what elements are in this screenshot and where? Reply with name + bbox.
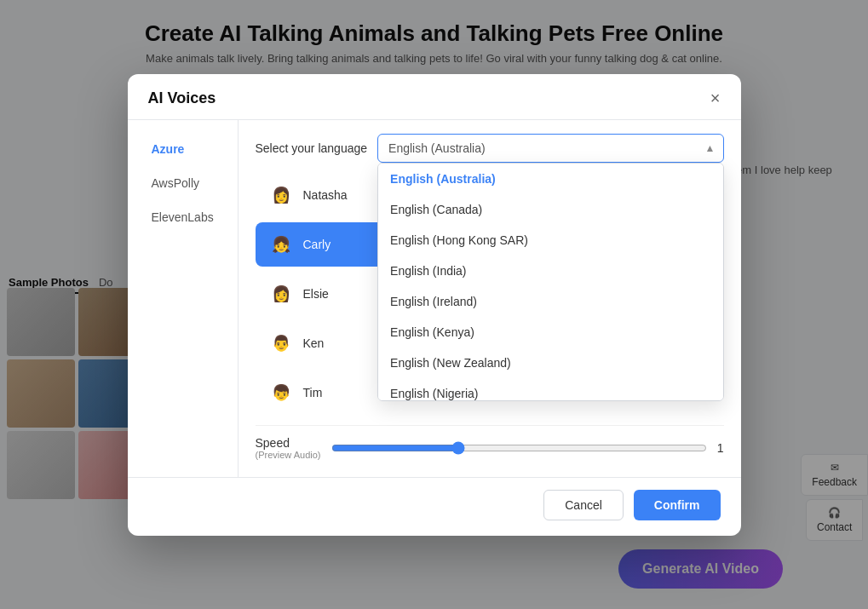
modal-title: AI Voices [148,89,216,107]
cancel-button[interactable]: Cancel [543,490,624,520]
language-option-en-nz[interactable]: English (New Zealand) [378,348,722,378]
voice-provider-tabs: Azure AwsPolly ElevenLabs [128,120,239,477]
language-option-en-ca[interactable]: English (Canada) [378,194,722,225]
voice-content-area: Select your language ▲ English (Australi… [239,120,741,477]
language-select-wrapper: ▲ English (Australia) English (Canada) E… [377,134,723,163]
confirm-button[interactable]: Confirm [634,490,721,520]
voice-name-tim: Tim [303,386,323,399]
language-option-en-in[interactable]: English (India) [378,256,722,286]
avatar-ken: 👨 [267,330,295,357]
voice-name-carly: Carly [303,238,331,251]
speed-control-row: Speed (Preview Audio) 1 [256,425,724,463]
language-select-input[interactable] [377,134,723,163]
modal-overlay: AI Voices × Azure AwsPolly ElevenLabs Se… [0,0,868,609]
language-option-en-ng[interactable]: English (Nigeria) [378,378,722,401]
speed-value: 1 [717,441,724,455]
language-option-en-ie[interactable]: English (Ireland) [378,286,722,317]
speed-label: Speed [256,436,321,450]
avatar-tim: 👦 [267,379,295,406]
speed-slider[interactable] [331,441,707,455]
close-button[interactable]: × [710,89,721,106]
avatar-elsie: 👩 [267,280,295,307]
language-dropdown: English (Australia) English (Canada) Eng… [377,163,723,401]
tab-elevenlabs[interactable]: ElevenLabs [135,202,231,233]
speed-label-col: Speed (Preview Audio) [256,436,321,460]
language-selector-row: Select your language ▲ English (Australi… [256,134,724,163]
speed-preview-label: (Preview Audio) [256,450,321,460]
avatar-carly: 👧 [267,231,295,258]
tab-azure[interactable]: Azure [135,134,231,164]
modal-body: Azure AwsPolly ElevenLabs Select your la… [128,120,741,477]
language-label: Select your language [256,141,368,155]
voice-name-elsie: Elsie [303,287,329,301]
ai-voices-modal: AI Voices × Azure AwsPolly ElevenLabs Se… [128,74,741,536]
language-option-en-hk[interactable]: English (Hong Kong SAR) [378,225,722,256]
language-option-en-ke[interactable]: English (Kenya) [378,317,722,348]
avatar-natasha: 👩 [267,181,295,209]
tab-awspolly[interactable]: AwsPolly [135,168,231,198]
modal-header: AI Voices × [128,74,741,120]
modal-footer: Cancel Confirm [128,477,741,536]
voice-name-ken: Ken [303,336,325,350]
language-option-en-au[interactable]: English (Australia) [378,164,722,194]
voice-name-natasha: Natasha [303,188,348,202]
